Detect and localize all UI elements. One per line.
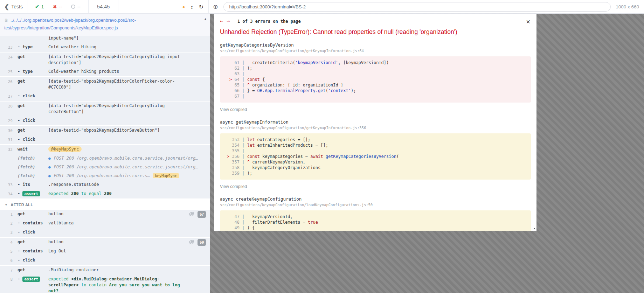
- code-line: 65 | ^ organization: { id: organizationI…: [223, 82, 527, 88]
- log-row[interactable]: 31- click: [0, 135, 210, 144]
- log-row-message: [48, 137, 207, 143]
- log-row[interactable]: (fetch)●POST 200 /org.openbravo.mobile.c…: [0, 172, 210, 180]
- log-row[interactable]: (fetch)●POST 200 /org.openbravo.mobile.c…: [0, 154, 210, 163]
- top-bar: ❮ Tests ✔ 1 ✖ -- -- 54.45 ● ↕ ↻ ⊕ http:/…: [0, 0, 644, 14]
- code-segment: true: [308, 219, 318, 225]
- code-line: 61 | createInCriteria('keymapVersionId',…: [223, 60, 527, 65]
- test-duration: 54.45: [89, 0, 118, 13]
- log-row[interactable]: 27- click: [0, 92, 210, 101]
- command-chain-block: input-name"]23- typeCold-weather Hiking: [0, 34, 210, 52]
- log-row[interactable]: 23- typeCold-weather Hiking: [0, 43, 210, 52]
- next-error-arrow-icon[interactable]: →: [227, 19, 230, 24]
- code-line-number: 61: [223, 60, 240, 65]
- message-segment: Cold-weather hiking products: [48, 69, 119, 74]
- view-compiled-link[interactable]: View compiled: [220, 107, 531, 112]
- line-separator: |: [240, 214, 247, 219]
- marked-line-arrow: >: [229, 77, 234, 82]
- log-row[interactable]: 8- assertexpected <div.MuiDialog-contain…: [0, 275, 210, 293]
- message-segment: 200: [71, 191, 79, 196]
- view-compiled-link[interactable]: View compiled: [220, 184, 531, 189]
- code-segment: OB.App.TerminalProperty.get: [257, 88, 326, 93]
- log-row[interactable]: (fetch)●POST 200 /org.openbravo.mobile.c…: [0, 163, 210, 172]
- code-frame[interactable]: 47 | keymapVersionId,48 | filterDraftEle…: [220, 210, 531, 231]
- selector-playground-icon[interactable]: ⊕: [209, 3, 221, 11]
- log-row-command: - assert: [18, 276, 48, 293]
- code-line: > 64 | const {: [223, 77, 527, 82]
- close-overlay-icon[interactable]: ×: [526, 18, 530, 26]
- log-row-command: get: [18, 239, 48, 245]
- stack-frame-function: async getKeymapInformation: [220, 119, 531, 125]
- log-row[interactable]: 5- containsLog Out: [0, 247, 210, 256]
- code-segment: [323, 154, 325, 159]
- code-line: 48 | filterDraftElements = true: [223, 219, 527, 225]
- log-row[interactable]: input-name"]: [0, 34, 210, 43]
- hidden-eye-icon: [189, 240, 194, 245]
- code-line: 47 | keymapVersionId,: [223, 214, 527, 219]
- command-chain-block: 7get.MuiDialog-container8- assertexpecte…: [0, 266, 210, 293]
- code-line: 63 |: [223, 71, 527, 77]
- log-row-message: [data-testid="obpos2KeymapEditorCategory…: [48, 103, 207, 115]
- log-row-number: 33: [0, 182, 13, 188]
- code-line: 355 |: [223, 148, 527, 154]
- url-address-bar[interactable]: http://localhost:3000/?terminal=VBS-2: [223, 2, 611, 12]
- stat-failed: ✖ --: [53, 4, 62, 9]
- log-row[interactable]: 2- containsvallblanca: [0, 219, 210, 228]
- back-to-tests-button[interactable]: ❮ Tests: [0, 0, 28, 13]
- log-row[interactable]: 29- click: [0, 116, 210, 125]
- message-segment: [data-testid="obpos2KeymapEditorColorPic…: [48, 79, 175, 90]
- log-row-command: get: [18, 78, 48, 90]
- code-line-number: 48: [223, 219, 240, 225]
- log-row-command: - contains: [18, 220, 48, 226]
- code-segment: let: [247, 142, 255, 148]
- scroll-up-arrow-icon[interactable]: ▲: [204, 16, 207, 22]
- log-row[interactable]: 3- click: [0, 228, 210, 237]
- log-row[interactable]: 6- click: [0, 256, 210, 265]
- line-separator: |: [240, 165, 247, 170]
- command-chain-block: 30get[data-testid="obpos2KeymapEditorSav…: [0, 126, 210, 144]
- spec-path-link-line1[interactable]: ../../../../org.openbravo.pos2/web-jspac…: [11, 18, 136, 23]
- prev-error-arrow-icon[interactable]: ←: [220, 19, 223, 24]
- log-row[interactable]: 26get[data-testid="obpos2KeymapEditorCol…: [0, 77, 210, 92]
- code-line-number: 67: [223, 93, 240, 99]
- command-chain-block: 28get[data-testid="obpos2KeymapEditorCat…: [0, 102, 210, 125]
- log-row-command: get: [18, 127, 48, 134]
- log-row[interactable]: 28get[data-testid="obpos2KeymapEditorCat…: [0, 102, 210, 116]
- log-row[interactable]: 34- assertexpected 200 to equal 200: [0, 189, 210, 198]
- log-row[interactable]: 1getbutton57: [0, 210, 210, 219]
- code-line-number: > 50: [223, 231, 240, 231]
- log-row[interactable]: 24get[data-testid="obpos2KeymapEditorCat…: [0, 53, 210, 67]
- log-row-number: [0, 35, 13, 41]
- log-row-message: input-name"]: [48, 35, 207, 41]
- code-frame[interactable]: 61 | createInCriteria('keymapVersionId',…: [220, 56, 531, 103]
- auto-scroll-arrows-icon[interactable]: ↕: [191, 4, 193, 10]
- command-chain-block: 1getbutton572- containsvallblanca3- clic…: [0, 210, 210, 237]
- log-row-number: [0, 173, 13, 179]
- log-row-number: 7: [0, 267, 13, 273]
- log-row-number: [0, 164, 13, 170]
- reload-icon[interactable]: ↻: [199, 4, 203, 10]
- code-line-number: 354: [223, 142, 240, 148]
- code-frame[interactable]: 353 | let extraCategories = [];354 | let…: [220, 133, 531, 180]
- stat-passed: ✔ 1: [35, 4, 44, 9]
- command-chain-block: 26get[data-testid="obpos2KeymapEditorCol…: [0, 77, 210, 101]
- log-row-command: (fetch): [18, 164, 48, 170]
- log-row[interactable]: 25- typeCold-weather hiking products: [0, 67, 210, 76]
- log-row[interactable]: 7get.MuiDialog-container: [0, 266, 210, 275]
- log-row[interactable]: 4getbutton59: [0, 238, 210, 247]
- log-row[interactable]: 32wait@keyMapSync: [0, 145, 210, 154]
- message-segment: [data-testid="obpos2KeymapEditorCategory…: [48, 103, 167, 114]
- code-segment: ^: [247, 82, 250, 88]
- log-row-number: 34: [0, 191, 13, 197]
- react-error-overlay: ← → 1 of 3 errors on the page × Unhandle…: [214, 14, 536, 231]
- message-segment: @keyMapSync: [48, 146, 82, 152]
- log-row-message: [data-testid="obpos2KeymapEditorSaveButt…: [48, 127, 207, 134]
- line-separator: |: [240, 93, 247, 99]
- after-all-section-header[interactable]: ▼AFTER ALL: [0, 199, 210, 210]
- overlay-scroll-down-icon[interactable]: ▾: [533, 226, 535, 230]
- log-row[interactable]: 30get[data-testid="obpos2KeymapEditorSav…: [0, 126, 210, 135]
- line-separator: |: [240, 88, 247, 93]
- failed-x-icon: ✖: [53, 4, 57, 9]
- log-row-number: 32: [0, 146, 13, 153]
- spec-path-link-line2[interactable]: test/cypress/integration/Components/keyM…: [4, 25, 196, 32]
- log-row[interactable]: 33- its.response.statusCode: [0, 180, 210, 189]
